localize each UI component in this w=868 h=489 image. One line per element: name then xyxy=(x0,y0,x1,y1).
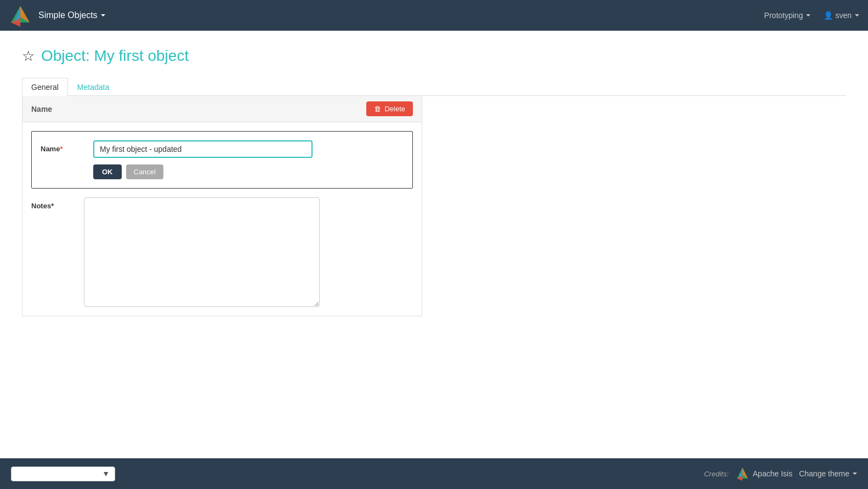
footer-left: ▼ xyxy=(11,467,115,481)
footer-right: Credits: Apache Isis Change theme xyxy=(704,467,857,481)
delete-button[interactable]: 🗑 Delete xyxy=(366,101,413,116)
prototyping-label: Prototyping xyxy=(764,11,803,20)
navbar-right: Prototyping 👤 sven xyxy=(764,11,859,20)
notes-required: * xyxy=(51,202,54,210)
name-input[interactable] xyxy=(93,140,313,158)
prototyping-menu[interactable]: Prototyping xyxy=(764,11,811,20)
footer-select[interactable] xyxy=(11,467,115,481)
notes-label: Notes* xyxy=(31,197,75,210)
page-title: Object: My first object xyxy=(41,47,189,65)
trash-icon: 🗑 xyxy=(374,105,381,113)
credits-label: Credits: xyxy=(704,470,729,478)
page-title-row: ☆ Object: My first object xyxy=(22,47,846,65)
ok-button[interactable]: OK xyxy=(93,164,122,179)
user-label: sven xyxy=(835,11,852,20)
change-theme-button[interactable]: Change theme xyxy=(799,469,857,478)
delete-label: Delete xyxy=(384,105,405,113)
change-theme-label: Change theme xyxy=(799,469,849,478)
tab-general[interactable]: General xyxy=(22,78,68,96)
footer: ▼ Credits: Apache Isis Change theme xyxy=(0,458,868,489)
footer-select-wrap: ▼ xyxy=(11,467,115,481)
navbar-left: Simple Objects xyxy=(9,4,105,27)
name-required: * xyxy=(60,145,63,153)
prototyping-caret-icon xyxy=(806,14,810,16)
change-theme-caret-icon xyxy=(853,473,857,475)
notes-textarea[interactable] xyxy=(84,197,320,307)
user-icon: 👤 xyxy=(824,11,833,20)
apache-isis-credit: Apache Isis xyxy=(735,467,792,481)
user-caret-icon xyxy=(855,14,859,16)
cancel-button[interactable]: Cancel xyxy=(126,164,163,179)
user-menu[interactable]: 👤 sven xyxy=(824,11,859,20)
top-navbar: Simple Objects Prototyping 👤 sven xyxy=(0,0,868,31)
notes-field-row: Notes* xyxy=(31,197,413,307)
name-panel: Name 🗑 Delete Name* OK xyxy=(22,96,422,316)
name-field-row: Name* xyxy=(41,140,404,158)
panel-header: Name 🗑 Delete xyxy=(22,96,422,122)
panel-title: Name xyxy=(31,105,52,113)
bookmark-icon: ☆ xyxy=(22,49,35,63)
name-edit-block: Name* OK Cancel xyxy=(31,131,413,189)
name-label: Name* xyxy=(41,140,84,153)
inline-edit-actions: OK Cancel xyxy=(41,164,404,179)
apache-isis-logo-icon xyxy=(735,467,750,481)
tabs-bar: General Metadata xyxy=(22,78,846,96)
tab-metadata[interactable]: Metadata xyxy=(68,78,118,96)
brand-menu[interactable]: Simple Objects xyxy=(38,10,105,20)
apache-isis-label: Apache Isis xyxy=(753,469,792,478)
main-content: ☆ Object: My first object General Metada… xyxy=(0,31,868,458)
brand-caret-icon xyxy=(101,14,105,16)
panel-body: Name* OK Cancel Notes* xyxy=(22,122,422,316)
brand-label: Simple Objects xyxy=(38,10,98,20)
app-logo-icon xyxy=(9,4,32,27)
